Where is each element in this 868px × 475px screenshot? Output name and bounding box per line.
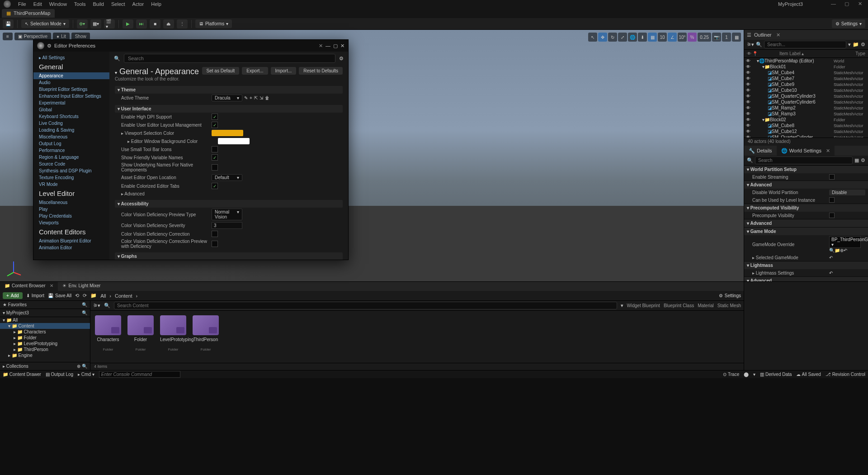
dropdown[interactable]: Normal Vision▾ xyxy=(212,209,242,220)
surface-snap[interactable]: ⬇ xyxy=(638,33,647,42)
reset-icon[interactable]: ⊕ xyxy=(840,248,844,253)
trace-opts-icon[interactable]: ▾ xyxy=(753,372,755,377)
outliner-row[interactable]: 👁◪SM_QuarterCylinderStaticMeshActor xyxy=(744,134,868,138)
ws-close[interactable]: ✕ xyxy=(826,148,830,154)
expand-icon[interactable]: ↶ xyxy=(829,271,833,276)
checkbox[interactable]: ✓ xyxy=(212,122,218,128)
import-button[interactable]: ⬇Import xyxy=(26,293,44,298)
breadcrumb-content[interactable]: Content xyxy=(115,293,132,299)
content-item[interactable]: CharactersFolder xyxy=(95,315,121,352)
add-content-button[interactable]: ⊕▾ xyxy=(77,19,88,28)
stop-button[interactable]: ■ xyxy=(150,19,160,28)
cinematics-button[interactable]: 🎬▾ xyxy=(104,19,115,28)
grid-snap[interactable]: ▦ xyxy=(648,33,657,42)
angle-snap-value[interactable]: 10° xyxy=(678,33,687,42)
prefs-nav-link[interactable]: Audio xyxy=(33,79,109,86)
level-tab[interactable]: ▦ ThirdPersonMap xyxy=(2,9,55,18)
prefs-nav-link[interactable]: VR Mode xyxy=(33,181,109,188)
outliner-row[interactable]: 👁◪SM_Ramp2StaticMeshActor xyxy=(744,105,868,111)
undo-icon[interactable]: ↶ xyxy=(844,248,847,253)
coll-search-icon[interactable]: 🔍 xyxy=(82,364,87,369)
proj-search-icon[interactable]: 🔍 xyxy=(82,310,87,315)
add-collection-icon[interactable]: ⊕ xyxy=(77,364,80,369)
chip-bp-class[interactable]: Blueprint Class xyxy=(664,303,694,308)
prefs-nav-link[interactable]: Miscellaneous xyxy=(33,133,109,140)
save-all-button[interactable]: 💾Save All xyxy=(48,293,71,298)
content-browser-tab[interactable]: 📁Content Browser✕ xyxy=(0,282,58,291)
prefs-nav-link[interactable]: Synthesis and DSP Plugin xyxy=(33,167,109,174)
outliner-row[interactable]: 👁▾ 📁Block01Folder xyxy=(744,64,868,70)
color-swatch[interactable] xyxy=(212,130,243,136)
prefs-nav-link[interactable]: Global xyxy=(33,106,109,113)
content-search[interactable] xyxy=(114,302,617,309)
pin-col-icon[interactable]: 📍 xyxy=(752,51,758,56)
filter-button[interactable]: ⚞▾ xyxy=(93,303,100,309)
section-header[interactable]: ▾ Lightmass xyxy=(744,261,868,269)
prefs-nav-link[interactable]: Viewports xyxy=(33,219,109,226)
edit-icon[interactable]: ✎ xyxy=(244,95,248,100)
prefs-nav-link[interactable]: Texture Encoding xyxy=(33,174,109,181)
scale-tool[interactable]: ⤢ xyxy=(618,33,627,42)
content-tree-row[interactable]: ▸ 📁 Folder xyxy=(0,335,90,341)
checkbox[interactable]: ✓ xyxy=(212,114,218,120)
breadcrumb-all[interactable]: All xyxy=(100,293,106,299)
outliner-opts[interactable]: ▾ xyxy=(848,42,851,48)
visibility-col-icon[interactable]: 👁 xyxy=(747,51,752,56)
prefs-nav-link[interactable]: Animation Editor xyxy=(33,244,109,251)
dropdown[interactable]: Dracula▾ xyxy=(212,95,242,101)
menu-build[interactable]: Build xyxy=(93,1,104,7)
close-icon[interactable]: ✕ xyxy=(858,1,864,7)
dropdown[interactable]: BP_ThirdPersonG ▾ xyxy=(829,236,861,248)
section-header[interactable]: ▾ World Partition Setup xyxy=(744,166,868,173)
prefs-nav-link[interactable]: Source Code xyxy=(33,161,109,167)
number-input[interactable]: 3 xyxy=(212,222,242,229)
maximize-icon[interactable]: ▢ xyxy=(844,1,851,7)
select-tool[interactable]: ↖ xyxy=(588,33,597,42)
outliner-tree[interactable]: 👁▾ 🌐ThirdPersonMap (Editor)World👁▾ 📁Bloc… xyxy=(744,58,868,138)
play-options-button[interactable]: ⋮ xyxy=(177,19,188,28)
prefs-section-header[interactable]: ▾ Accessibility xyxy=(115,200,343,208)
checkbox[interactable]: ✓ xyxy=(212,154,218,161)
outliner-row[interactable]: 👁◪SM_Cube9StaticMeshActor xyxy=(744,81,868,87)
outliner-row[interactable]: 👁◪SM_Cube10StaticMeshActor xyxy=(744,87,868,93)
camera-speed-icon[interactable]: 📷 xyxy=(712,33,721,42)
prefs-section-header[interactable]: ▾ User Interface xyxy=(115,105,343,113)
details-view-icon[interactable]: ▦ xyxy=(854,157,859,163)
reset-defaults-button[interactable]: Reset to Defaults xyxy=(299,67,343,75)
console-input[interactable] xyxy=(99,371,180,378)
favorites-label[interactable]: Favorites xyxy=(8,302,27,307)
selection-mode-button[interactable]: ↖Selection Mode▾ xyxy=(21,19,69,28)
new-folder-icon[interactable]: 📁 xyxy=(853,42,859,48)
viewport-maximize[interactable]: ▦ xyxy=(732,33,741,42)
prefs-section-header[interactable]: ▾ Theme xyxy=(115,86,343,94)
env-light-tab[interactable]: ☀Env. Light Mixer xyxy=(58,282,105,291)
output-log-button[interactable]: ▤ Output Log xyxy=(46,372,73,377)
dropdown[interactable]: Default▾ xyxy=(212,174,242,181)
section-header[interactable]: ▾ Precomputed Visibility xyxy=(744,204,868,212)
checkbox[interactable] xyxy=(829,174,835,180)
prefs-adv-settings-icon[interactable]: ⚙ xyxy=(339,56,344,62)
outliner-row[interactable]: 👁◪SM_QuarterCylinder6StaticMeshActor xyxy=(744,99,868,105)
prefs-section-header[interactable]: ▾ Graphs xyxy=(115,252,343,260)
content-grid[interactable]: CharactersFolderFolderFolderLevelPrototy… xyxy=(90,311,744,363)
breadcrumb-all-icon[interactable]: 📁 xyxy=(90,293,97,299)
export-button[interactable]: Export... xyxy=(242,67,268,75)
outliner-settings-icon[interactable]: ⚙ xyxy=(861,42,865,48)
rotate-tool[interactable]: ↻ xyxy=(608,33,617,42)
history-fwd[interactable]: ⟳ xyxy=(83,293,87,299)
content-item[interactable]: LevelPrototypingFolder xyxy=(160,315,186,352)
outliner-row[interactable]: 👁▾ 🌐ThirdPersonMap (Editor)World xyxy=(744,58,868,64)
details-search[interactable] xyxy=(755,157,853,164)
outliner-row[interactable]: 👁◪SM_QuarterCylinder3StaticMeshActor xyxy=(744,93,868,99)
prefs-nav-link[interactable]: Play xyxy=(33,206,109,213)
outliner-row[interactable]: 👁◪SM_Cube8StaticMeshActor xyxy=(744,123,868,128)
outliner-row[interactable]: 👁▾ 📁Block02Folder xyxy=(744,117,868,123)
revision-control-button[interactable]: ⎇ Revision Control xyxy=(826,372,865,377)
export-icon[interactable]: ⇱ xyxy=(254,95,258,100)
move-tool[interactable]: ✥ xyxy=(598,33,607,42)
menu-tools[interactable]: Tools xyxy=(74,1,86,7)
content-tree-row[interactable]: ▾ 📁 Content xyxy=(0,323,90,329)
prefs-nav-link[interactable]: Play Credentials xyxy=(33,213,109,219)
import-icon[interactable]: ⇲ xyxy=(259,95,263,100)
prefs-nav-link[interactable]: Region & Language xyxy=(33,154,109,161)
